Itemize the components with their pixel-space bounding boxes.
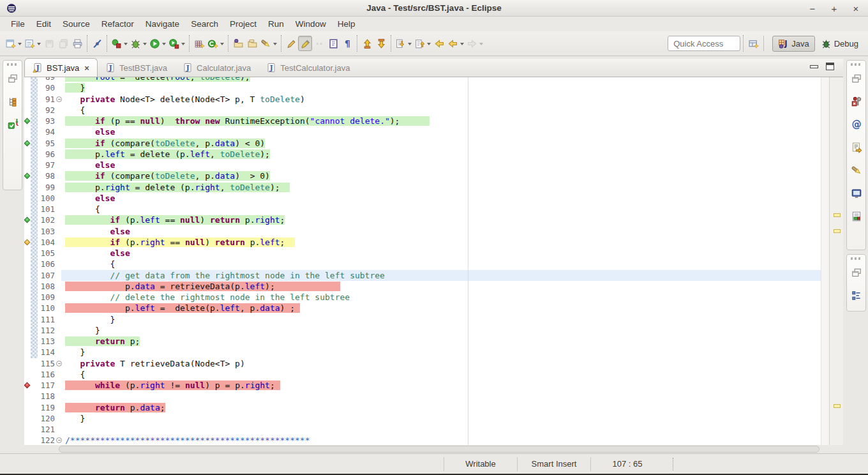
fold-ruler[interactable] — [55, 226, 63, 237]
vertical-scrollbar[interactable] — [821, 77, 829, 445]
marker-ruler[interactable] — [24, 226, 31, 237]
fold-ruler[interactable] — [55, 237, 63, 248]
marker-ruler[interactable] — [24, 204, 31, 215]
line-number[interactable]: 107 — [38, 270, 55, 281]
line-number[interactable]: 96 — [38, 149, 55, 160]
new-java-project-button[interactable] — [192, 36, 206, 51]
line-number[interactable]: 101 — [38, 204, 55, 215]
line-number[interactable]: 110 — [38, 303, 55, 313]
line-number[interactable]: 91 — [38, 94, 55, 105]
line-number[interactable]: 119 — [38, 402, 55, 413]
line-number[interactable]: 97 — [38, 160, 55, 170]
line-number[interactable]: 99 — [38, 182, 55, 193]
quick-access-input[interactable] — [668, 36, 740, 51]
code-line[interactable]: 89 root = delete(root, toDelete); — [24, 77, 821, 82]
line-number[interactable]: 93 — [38, 116, 55, 126]
run-button[interactable] — [148, 36, 167, 51]
line-number[interactable]: 114 — [38, 347, 55, 358]
fold-ruler[interactable] — [55, 435, 63, 445]
code-line[interactable]: 93 if (p == null) throw new RuntimeExcep… — [24, 116, 821, 126]
marker-ruler[interactable] — [24, 424, 31, 435]
fold-ruler[interactable] — [55, 116, 63, 126]
dropdown-arrow-icon[interactable] — [143, 43, 147, 47]
fold-ruler[interactable] — [55, 358, 63, 369]
maximize-editor-icon[interactable] — [826, 63, 834, 70]
menu-project[interactable]: Project — [224, 18, 262, 30]
rail-grip[interactable] — [851, 63, 862, 66]
menu-refactor[interactable]: Refactor — [96, 18, 140, 30]
fold-ruler[interactable] — [55, 105, 63, 116]
rail-grip[interactable] — [851, 257, 862, 260]
line-number[interactable]: 92 — [38, 105, 55, 116]
horizontal-scrollbar[interactable] — [24, 445, 843, 453]
code-line[interactable]: 110 p.left = delete(p.left, p.data) ; — [24, 303, 821, 313]
code-line[interactable]: 108 p.data = retrieveData(p.left); — [24, 281, 821, 292]
coverage-button[interactable] — [110, 36, 129, 51]
back-button[interactable] — [432, 36, 446, 51]
fold-ruler[interactable] — [55, 303, 63, 313]
fold-ruler[interactable] — [55, 402, 63, 413]
line-number[interactable]: 89 — [38, 77, 55, 82]
new-class-button[interactable] — [206, 36, 225, 51]
line-number[interactable]: 116 — [38, 369, 55, 380]
code-line[interactable]: 118 — [24, 391, 821, 402]
fold-ruler[interactable] — [55, 314, 63, 325]
code-line[interactable]: 113 return p; — [24, 336, 821, 347]
dropdown-arrow-icon[interactable] — [18, 43, 22, 47]
code-line[interactable]: 95 if (compare(toDelete, p.data) < 0) — [24, 138, 821, 149]
show-whitespace-button[interactable]: ¶ — [340, 36, 354, 51]
dropdown-arrow-icon[interactable] — [427, 43, 431, 47]
marker-ruler[interactable] — [24, 347, 31, 358]
code-line[interactable]: 101 { — [24, 204, 821, 215]
show-source-button[interactable] — [326, 36, 340, 51]
tab-calculator-java[interactable]: JCalculator.java — [175, 59, 258, 77]
code-line[interactable]: 107 // get data from the rightmost node … — [24, 270, 821, 281]
tab-bst-java[interactable]: JBST.java× — [24, 58, 98, 77]
open-resource-button[interactable] — [245, 36, 259, 51]
package-explorer-icon[interactable] — [5, 94, 20, 109]
fold-ruler[interactable] — [55, 380, 63, 391]
problems-view-icon[interactable] — [849, 94, 864, 109]
marker-ruler[interactable] — [24, 358, 31, 369]
code-line[interactable]: 104 if (p.right == null) return p.left; — [24, 237, 821, 248]
fold-ruler[interactable] — [55, 94, 63, 105]
outline-view-icon[interactable] — [849, 288, 864, 303]
code-line[interactable]: 99 p.right = delete (p.right, toDelete); — [24, 182, 821, 193]
marker-ruler[interactable] — [24, 182, 31, 193]
fold-ruler[interactable] — [55, 138, 63, 149]
back-history-button[interactable] — [446, 36, 465, 51]
marker-ruler[interactable] — [24, 237, 31, 248]
junit-view-icon[interactable]: UT — [5, 117, 20, 132]
marker-ruler[interactable] — [24, 138, 31, 149]
line-number[interactable]: 108 — [38, 281, 55, 292]
code-line[interactable]: 96 p.left = delete (p.left, toDelete); — [24, 149, 821, 160]
dropdown-arrow-icon[interactable] — [273, 43, 277, 47]
line-number[interactable]: 118 — [38, 391, 55, 402]
menu-navigate[interactable]: Navigate — [140, 18, 185, 30]
fold-ruler[interactable] — [55, 248, 63, 259]
code-line[interactable]: 103 else — [24, 226, 821, 237]
fold-ruler[interactable] — [55, 149, 63, 160]
fold-ruler[interactable] — [55, 281, 63, 292]
coverage-view-icon[interactable] — [849, 209, 864, 224]
fold-ruler[interactable] — [55, 77, 63, 82]
line-number[interactable]: 103 — [38, 226, 55, 237]
fold-ruler[interactable] — [55, 391, 63, 402]
marker-ruler[interactable] — [24, 116, 31, 126]
restore-view-icon[interactable] — [849, 265, 864, 280]
marker-ruler[interactable] — [24, 149, 31, 160]
line-number[interactable]: 120 — [38, 413, 55, 424]
line-number[interactable]: 102 — [38, 215, 55, 225]
dropdown-arrow-icon[interactable] — [408, 43, 412, 47]
code-line[interactable]: 98 if (compare(toDelete, p.data) > 0) — [24, 170, 821, 181]
fold-ruler[interactable] — [55, 215, 63, 225]
go-to-next-member-button[interactable] — [413, 36, 432, 51]
marker-ruler[interactable] — [24, 126, 31, 137]
debug-button[interactable] — [129, 36, 148, 51]
line-number[interactable]: 105 — [38, 248, 55, 259]
fold-ruler[interactable] — [55, 182, 63, 193]
menu-file[interactable]: File — [5, 18, 31, 30]
fold-ruler[interactable] — [55, 82, 63, 93]
marker-ruler[interactable] — [24, 325, 31, 336]
code-line[interactable]: 109 // delete the rightmost node in the … — [24, 292, 821, 303]
